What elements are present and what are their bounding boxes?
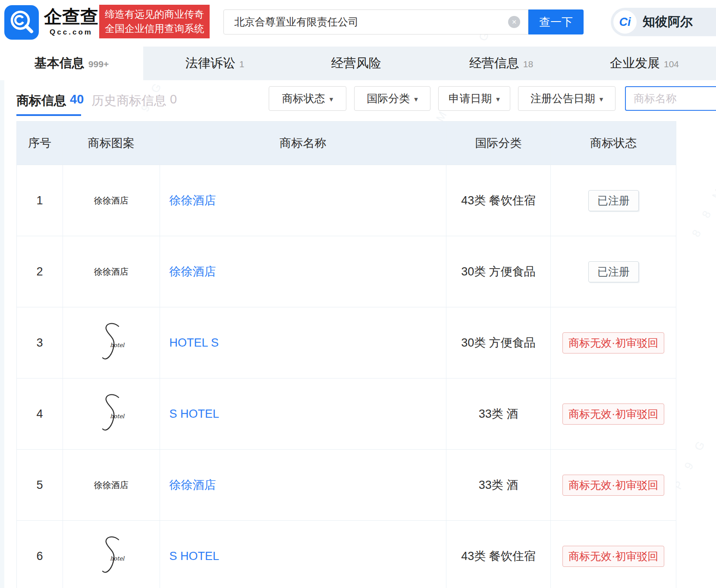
- trademark-name-filter-input[interactable]: [625, 86, 716, 111]
- brand-name: 企查查: [43, 7, 99, 27]
- trademark-name-link[interactable]: S HOTEL: [170, 550, 220, 563]
- row-number: 4: [17, 378, 63, 449]
- intl-class: 30类 方便食品: [446, 307, 551, 378]
- tab-operating-info[interactable]: 经营信息 18: [430, 47, 573, 80]
- subtab-label: 历史商标信息: [91, 92, 166, 109]
- intl-class: 43类 餐饮住宿: [446, 165, 551, 236]
- tab-count: 104: [664, 59, 679, 69]
- status-badge: 商标无效·初审驳回: [562, 403, 664, 425]
- trademark-image: 徐徐酒店: [63, 165, 160, 236]
- filter-intl-class[interactable]: 国际分类 ▾: [354, 86, 430, 111]
- magnifier-q-glyph: [4, 5, 39, 40]
- trademark-table: 序号 商标图案 商标名称 国际分类 商标状态 1 徐徐酒店 徐徐酒店 43类 餐…: [16, 121, 676, 588]
- trademark-image-text: 徐徐酒店: [94, 266, 129, 278]
- trademark-name-link[interactable]: 徐徐酒店: [170, 193, 216, 208]
- slogan-line-1: 缔造有远见的商业传奇: [105, 7, 204, 22]
- table-row: 6 hotel S HOTEL 43类 餐饮住宿 商标无效·初审驳回: [17, 520, 676, 588]
- column-header-image: 商标图案: [63, 122, 160, 165]
- subtab-trademark-info[interactable]: 商标信息 40: [16, 92, 84, 109]
- column-header-class: 国际分类: [446, 122, 551, 165]
- table-row: 4 hotel S HOTEL 33类 酒 商标无效·初审驳回: [17, 378, 676, 449]
- trademark-name-link[interactable]: 徐徐酒店: [170, 264, 216, 279]
- chevron-down-icon: ▾: [600, 95, 603, 104]
- filter-apply-date[interactable]: 申请日期 ▾: [438, 86, 510, 111]
- tab-company-development[interactable]: 企业发展 104: [573, 47, 716, 80]
- status-badge: 商标无效·初审驳回: [562, 332, 664, 353]
- trademark-name-link[interactable]: S HOTEL: [170, 407, 220, 421]
- brand-domain: Qcc.com: [43, 28, 99, 37]
- status-badge: 商标无效·初审驳回: [562, 546, 664, 567]
- column-header-name: 商标名称: [160, 122, 446, 165]
- trademark-name-link[interactable]: 徐徐酒店: [170, 477, 216, 493]
- chevron-down-icon: ▾: [414, 95, 418, 104]
- subtab-label: 商标信息: [16, 92, 66, 109]
- trademark-image: hotel: [63, 307, 160, 378]
- table-header-row: 序号 商标图案 商标名称 国际分类 商标状态: [17, 122, 676, 165]
- s-hotel-script-logo: hotel: [97, 320, 126, 366]
- status-cell: 已注册: [551, 165, 676, 236]
- status-badge: 已注册: [588, 190, 639, 211]
- trademark-image-text: 徐徐酒店: [94, 479, 129, 491]
- main-tab-bar: 基本信息 999+ 法律诉讼 1 经营风险 经营信息 18 企业发展 104: [0, 47, 716, 80]
- svg-text:hotel: hotel: [110, 342, 125, 348]
- table-row: 1 徐徐酒店 徐徐酒店 43类 餐饮住宿 已注册: [17, 165, 676, 236]
- filter-label: 国际分类: [367, 91, 410, 106]
- qcc-logo-icon[interactable]: [4, 5, 39, 40]
- subtab-count: 40: [70, 92, 84, 109]
- tab-label: 企业发展: [610, 55, 660, 72]
- tab-label: 经营信息: [469, 55, 519, 72]
- slogan-line-2: 全国企业信用查询系统: [105, 22, 204, 36]
- s-hotel-script-logo: hotel: [97, 391, 126, 437]
- intl-class: 30类 方便食品: [446, 236, 551, 307]
- row-number: 1: [17, 165, 63, 236]
- column-header-status: 商标状态: [551, 122, 676, 165]
- tab-legal-litigation[interactable]: 法律诉讼 1: [143, 47, 286, 80]
- status-cell: 已注册: [551, 236, 676, 307]
- page-left-gutter: [0, 80, 4, 588]
- status-cell: 商标无效·初审驳回: [551, 450, 676, 520]
- watermark-text: 8 8 M B P 9 G: [689, 102, 716, 239]
- partner-pill[interactable]: Ci 知彼阿尔: [611, 8, 716, 36]
- slogan-banner: 缔造有远见的商业传奇 全国企业信用查询系统: [99, 5, 210, 38]
- row-number: 6: [17, 521, 63, 588]
- tab-label: 基本信息: [35, 55, 85, 72]
- subtab-count: 0: [170, 92, 177, 109]
- svg-text:hotel: hotel: [110, 555, 125, 562]
- intl-class: 33类 酒: [446, 378, 551, 449]
- intl-class: 33类 酒: [446, 450, 551, 520]
- subtab-history-trademark-info[interactable]: 历史商标信息 0: [91, 92, 177, 109]
- filter-label: 商标状态: [282, 91, 325, 106]
- filter-trademark-status[interactable]: 商标状态 ▾: [269, 86, 346, 111]
- brand-block[interactable]: 企查查 Qcc.com: [43, 7, 99, 37]
- row-number: 3: [17, 307, 63, 378]
- tab-basic-info[interactable]: 基本信息 999+: [0, 47, 143, 80]
- filter-reg-publish-date[interactable]: 注册公告日期 ▾: [518, 86, 616, 111]
- trademark-image: hotel: [63, 521, 160, 588]
- tab-operating-risk[interactable]: 经营风险: [286, 47, 430, 80]
- table-row: 2 徐徐酒店 徐徐酒店 30类 方便食品 已注册: [17, 236, 676, 307]
- filter-label: 申请日期: [449, 91, 492, 106]
- tab-count: 1: [239, 59, 245, 69]
- status-cell: 商标无效·初审驳回: [551, 378, 676, 449]
- row-number: 5: [17, 450, 63, 520]
- trademark-image: 徐徐酒店: [63, 450, 160, 520]
- tab-label: 法律诉讼: [185, 55, 236, 72]
- trademark-image: 徐徐酒店: [63, 236, 160, 307]
- search-input[interactable]: [223, 9, 528, 34]
- s-hotel-script-logo: hotel: [97, 534, 126, 579]
- status-badge: 商标无效·初审驳回: [562, 475, 664, 496]
- search-button[interactable]: 查一下: [528, 9, 584, 34]
- filter-label: 注册公告日期: [531, 91, 595, 106]
- tab-count: 999+: [88, 59, 109, 69]
- status-cell: 商标无效·初审驳回: [551, 307, 676, 378]
- clear-search-icon[interactable]: ✕: [508, 16, 520, 28]
- trademark-image-text: 徐徐酒店: [94, 195, 129, 206]
- tab-label: 经营风险: [331, 55, 381, 72]
- active-subtab-underline: [16, 114, 81, 116]
- status-cell: 商标无效·初审驳回: [551, 521, 676, 588]
- intl-class: 43类 餐饮住宿: [446, 521, 551, 588]
- chevron-down-icon: ▾: [496, 95, 500, 104]
- trademark-name-link[interactable]: HOTEL S: [170, 336, 219, 350]
- row-number: 2: [17, 236, 63, 307]
- chevron-down-icon: ▾: [330, 95, 333, 104]
